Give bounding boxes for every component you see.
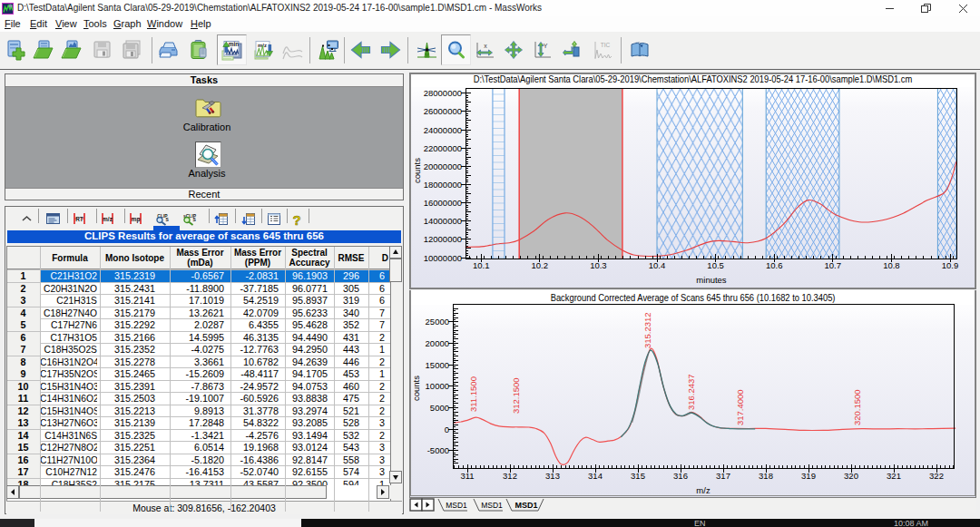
svg-text:x: x <box>484 43 487 49</box>
svg-text:15000: 15000 <box>426 360 449 370</box>
svg-text:10.3: 10.3 <box>590 260 607 270</box>
svg-text:MSD1: MSD1 <box>481 501 503 510</box>
svg-text:10.5: 10.5 <box>707 260 724 270</box>
svg-text:28000000: 28000000 <box>424 88 462 98</box>
svg-text:320.1500: 320.1500 <box>852 389 862 425</box>
svg-text:min: min <box>229 41 240 47</box>
svg-text:319: 319 <box>801 471 816 481</box>
svg-text:316: 316 <box>673 471 688 481</box>
svg-text:20000000: 20000000 <box>424 161 462 171</box>
svg-text:minutes: minutes <box>696 275 727 285</box>
svg-text:320: 320 <box>844 471 858 481</box>
svg-text:312: 312 <box>503 471 517 481</box>
svg-text:S: S <box>166 217 170 222</box>
svg-text:314: 314 <box>588 471 603 481</box>
svg-text:318: 318 <box>759 471 773 481</box>
svg-text:12000000: 12000000 <box>424 234 462 244</box>
svg-text:-5000: -5000 <box>427 445 449 455</box>
svg-text:counts: counts <box>411 376 421 401</box>
svg-text:20000: 20000 <box>426 338 449 348</box>
svg-text:10.9: 10.9 <box>942 260 959 270</box>
svg-text:321: 321 <box>887 471 901 481</box>
svg-text:16000000: 16000000 <box>424 198 462 208</box>
svg-text:m/z: m/z <box>696 485 710 495</box>
svg-text:317: 317 <box>716 471 730 481</box>
svg-text:14000000: 14000000 <box>424 216 462 226</box>
svg-text:0: 0 <box>445 425 449 434</box>
svg-text:MSD1: MSD1 <box>514 501 537 510</box>
svg-text:?: ? <box>292 212 300 228</box>
svg-text:10.4: 10.4 <box>649 260 666 270</box>
svg-text:317.4000: 317.4000 <box>735 389 745 425</box>
svg-text:315: 315 <box>631 471 645 481</box>
svg-text:MSD1: MSD1 <box>446 501 467 510</box>
svg-text:322: 322 <box>929 471 944 481</box>
svg-text:18000000: 18000000 <box>424 180 462 190</box>
svg-text:311: 311 <box>460 471 474 481</box>
svg-text:312.1500: 312.1500 <box>511 377 521 414</box>
svg-text:10.8: 10.8 <box>883 260 900 270</box>
svg-text:mp: mp <box>132 216 141 223</box>
svg-text:313: 313 <box>545 471 560 481</box>
svg-text:5000: 5000 <box>430 403 449 413</box>
svg-text:counts: counts <box>412 158 422 183</box>
svg-text:24000000: 24000000 <box>424 125 462 135</box>
svg-text:RT: RT <box>75 216 83 222</box>
svg-text:m/z: m/z <box>103 216 113 222</box>
svg-text:10.1: 10.1 <box>473 260 490 270</box>
svg-text:25000: 25000 <box>426 317 449 327</box>
svg-text:10000000: 10000000 <box>424 253 462 263</box>
svg-text:315.2312: 315.2312 <box>642 312 652 348</box>
svg-text:22000000: 22000000 <box>424 143 462 153</box>
svg-text:316.2437: 316.2437 <box>686 374 696 410</box>
svg-text:26000000: 26000000 <box>424 106 462 116</box>
svg-text:10.7: 10.7 <box>825 260 842 270</box>
svg-text:TIC: TIC <box>601 42 611 48</box>
svg-text:10000: 10000 <box>426 381 449 391</box>
svg-text:10.6: 10.6 <box>766 260 783 270</box>
svg-text:10.2: 10.2 <box>532 260 549 270</box>
svg-text:311.1500: 311.1500 <box>468 376 478 412</box>
